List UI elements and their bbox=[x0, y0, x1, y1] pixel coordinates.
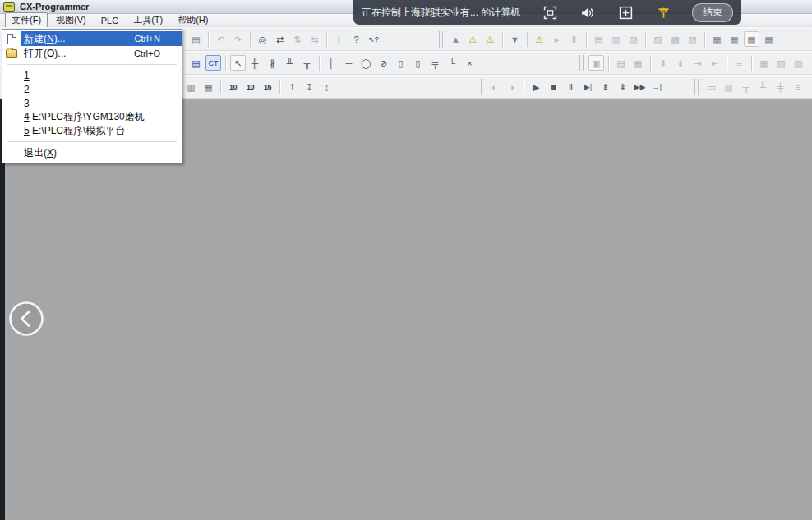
rung-wrap-icon[interactable]: ▦ bbox=[201, 79, 216, 94]
io-point-icon[interactable]: ╥ bbox=[738, 79, 754, 94]
work-online-icon[interactable]: ▲ bbox=[448, 31, 464, 47]
plc-memory-icon[interactable]: ▦ bbox=[727, 31, 742, 47]
toolbar-group: ↥↧↨ bbox=[276, 79, 335, 94]
new-coil-icon[interactable]: ◯ bbox=[358, 55, 374, 71]
tr-bit-icon[interactable]: ╤ bbox=[427, 55, 443, 71]
local-symbols-icon[interactable]: ▧ bbox=[791, 55, 806, 71]
run-to-cursor-icon[interactable]: →| bbox=[649, 79, 665, 94]
edit-remove-icon[interactable]: ⇤ bbox=[707, 55, 722, 71]
sim-scan-icon[interactable]: ◐ bbox=[487, 79, 502, 94]
line-delete-icon[interactable]: × bbox=[462, 55, 478, 71]
monitor-hex-icon[interactable]: 16 bbox=[260, 79, 275, 94]
continuous-step-icon[interactable]: ▶▶ bbox=[632, 79, 648, 94]
update-time-icon[interactable]: ▦ bbox=[630, 55, 646, 71]
menu-item-recent-2[interactable]: 2 bbox=[2, 82, 182, 96]
redo-icon[interactable]: ↷ bbox=[230, 31, 246, 47]
io-node-icon[interactable]: ╨ bbox=[755, 79, 771, 94]
select-pointer-icon[interactable]: ↖ bbox=[230, 55, 246, 71]
end-session-button[interactable]: 结束 bbox=[692, 3, 733, 22]
io-comment-icon[interactable]: ▥ bbox=[183, 79, 199, 94]
step-run-icon[interactable]: ▶| bbox=[580, 79, 596, 94]
menu-item-exit[interactable]: 退出(X) bbox=[2, 145, 182, 160]
cross-reference-icon[interactable]: ▨ bbox=[773, 55, 789, 71]
plc-settings-icon[interactable]: ▦ bbox=[744, 31, 759, 47]
word-monitor-icon[interactable]: ▥ bbox=[721, 79, 736, 94]
new-function-block-icon[interactable]: ▯ bbox=[410, 55, 426, 71]
compile-program-icon[interactable]: ▤ bbox=[591, 31, 607, 47]
rung-comment-icon[interactable]: ▤ bbox=[188, 55, 204, 71]
insert-below-icon[interactable]: ⇟ bbox=[672, 55, 688, 71]
fullscreen-icon[interactable] bbox=[542, 5, 557, 20]
annotation-icon[interactable] bbox=[618, 5, 633, 20]
new-closed-coil-icon[interactable]: ⊘ bbox=[376, 55, 391, 71]
find-icon[interactable]: ◎ bbox=[255, 31, 270, 47]
online-edit-icon[interactable]: ▧ bbox=[625, 31, 641, 47]
new-closed-contact-icon[interactable]: ∦ bbox=[265, 55, 280, 71]
sim-run-icon[interactable]: ▶ bbox=[528, 79, 544, 94]
new-or-contact-icon[interactable]: ╨ bbox=[282, 55, 298, 71]
menu-item-file[interactable]: 文件(F) bbox=[5, 12, 48, 28]
monitor-signed-decimal-icon[interactable]: 10 bbox=[242, 79, 258, 94]
menu-item-plc[interactable]: PLC bbox=[95, 14, 125, 27]
pause-mode-icon[interactable]: Ⅱ bbox=[566, 31, 582, 47]
run-mode-icon[interactable]: ▸ bbox=[549, 31, 565, 47]
vertical-line-icon[interactable]: │ bbox=[324, 55, 339, 71]
ct-view-icon[interactable]: CT bbox=[205, 55, 221, 71]
io-list-icon[interactable]: ≡ bbox=[790, 79, 805, 94]
sim-stop-icon[interactable]: ■ bbox=[546, 79, 561, 94]
io-link-icon[interactable]: ╪ bbox=[773, 79, 788, 94]
line-connect-icon[interactable]: └ bbox=[445, 55, 460, 71]
tools-icon[interactable] bbox=[656, 5, 671, 20]
toolbar-group: ▶■Ⅱ▶|⇟⇞▶▶→| bbox=[520, 79, 666, 94]
step-out-icon[interactable]: ⇞ bbox=[615, 79, 630, 94]
find-address-icon[interactable]: ⇅ bbox=[289, 31, 305, 47]
edit-check-icon[interactable]: ⇥ bbox=[690, 55, 705, 71]
new-closed-or-contact-icon[interactable]: ╥ bbox=[299, 55, 315, 71]
force-set-icon[interactable]: ↥ bbox=[284, 79, 300, 94]
help-icon[interactable]: ? bbox=[348, 31, 364, 47]
step-in-icon[interactable]: ⇟ bbox=[597, 79, 613, 94]
menu-item-tools[interactable]: 工具(T) bbox=[127, 12, 169, 28]
force-cancel-icon[interactable]: ↨ bbox=[319, 79, 334, 94]
contact-monitor-icon[interactable]: ▭ bbox=[704, 79, 719, 94]
menu-item-recent-1[interactable]: 1 bbox=[2, 68, 182, 82]
menu-item-recent-5[interactable]: 5 E:\PLC程序\模拟平台 bbox=[2, 124, 182, 138]
back-button[interactable] bbox=[8, 301, 44, 337]
sim-mode-icon[interactable]: ◑ bbox=[504, 79, 519, 94]
toolbar-group: ▤▦ bbox=[605, 55, 647, 71]
menu-item-new[interactable]: 新建(N)...Ctrl+N bbox=[2, 31, 182, 46]
sim-pause-icon[interactable]: Ⅱ bbox=[563, 79, 579, 94]
menu-item-recent-3[interactable]: 3 bbox=[2, 96, 182, 110]
menu-item-view[interactable]: 视图(V) bbox=[49, 12, 93, 28]
memory-card-icon[interactable]: ▦ bbox=[761, 31, 777, 47]
compile-all-icon[interactable]: ▥ bbox=[608, 31, 624, 47]
speaker-icon[interactable] bbox=[580, 5, 595, 20]
menu-item-recent-4[interactable]: 4 E:\PLC程序\YGM130磨机 bbox=[2, 110, 182, 124]
compare-program-icon[interactable]: ▤ bbox=[613, 55, 629, 71]
io-table-icon[interactable]: ▦ bbox=[709, 31, 725, 47]
retrace-icon[interactable]: ⇆ bbox=[307, 31, 322, 47]
context-help-icon[interactable]: ↖? bbox=[366, 31, 381, 47]
sim-transfer-icon[interactable]: ⚠ bbox=[532, 31, 547, 47]
transfer-program-icon[interactable]: ▣ bbox=[588, 55, 604, 71]
pause-monitor-icon[interactable]: ▩ bbox=[667, 31, 683, 47]
sim-online-icon[interactable]: ⚠ bbox=[482, 31, 498, 47]
force-reset-icon[interactable]: ↧ bbox=[302, 79, 317, 94]
monitor-icon[interactable]: ▨ bbox=[650, 31, 666, 47]
diff-monitor-icon[interactable]: ▧ bbox=[685, 31, 700, 47]
print-icon[interactable]: ▤ bbox=[188, 31, 204, 47]
auto-online-icon[interactable]: ⚠ bbox=[465, 31, 481, 47]
watch-window-icon[interactable]: ▦ bbox=[756, 55, 772, 71]
new-contact-icon[interactable]: ╫ bbox=[247, 55, 263, 71]
menu-item-help[interactable]: 帮助(H) bbox=[171, 12, 215, 28]
new-instruction-icon[interactable]: ▯ bbox=[393, 55, 408, 71]
horizontal-line-icon[interactable]: ─ bbox=[341, 55, 357, 71]
about-icon[interactable]: i bbox=[331, 31, 347, 47]
menu-item-open[interactable]: 打开(O)...Ctrl+O bbox=[2, 46, 182, 61]
download-to-plc-icon[interactable]: ▼ bbox=[507, 31, 523, 47]
replace-icon[interactable]: ⇄ bbox=[272, 31, 288, 47]
monitor-decimal-icon[interactable]: 10 bbox=[225, 79, 241, 94]
insert-above-icon[interactable]: ⇞ bbox=[655, 55, 671, 71]
symbol-table-icon[interactable]: ≡ bbox=[731, 55, 747, 71]
undo-icon[interactable]: ↶ bbox=[213, 31, 228, 47]
